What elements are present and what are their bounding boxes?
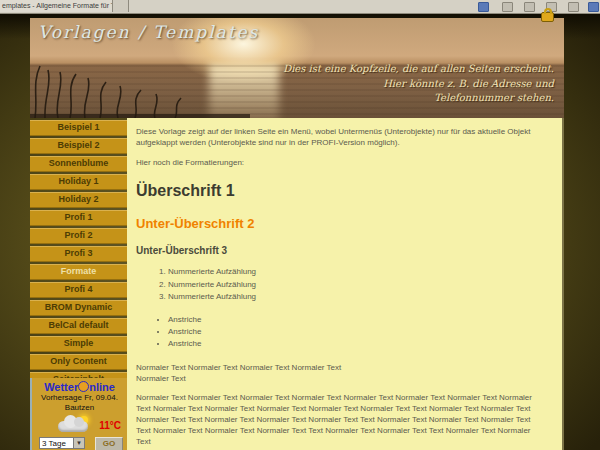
sidebar-item-belcal-default[interactable]: BelCal default: [30, 318, 127, 334]
numbered-list-item: Nummerierte Aufzählung: [168, 266, 546, 278]
normal-text-paragraph: Normaler Text Normaler Text Normaler Tex…: [136, 393, 546, 447]
main-content: Diese Vorlage zeigt auf der linken Seite…: [127, 118, 564, 450]
forecast-date: Vorhersage Fr, 09.04.: [32, 393, 127, 403]
globe-icon: O: [78, 381, 89, 392]
header-image: Vorlagen / Templates Dies ist eine Kopfz…: [30, 18, 564, 118]
sidebar-item-beispiel-1[interactable]: Beispiel 1: [30, 120, 127, 136]
go-button[interactable]: GO: [95, 437, 123, 450]
browser-tab[interactable]: emplates - Allgemeine Formate für Texte …: [0, 0, 113, 12]
sidebar-item-only-content[interactable]: Only Content: [30, 354, 127, 370]
tagline-line: Hier könnte z. B. die Adresse und: [283, 77, 554, 92]
browser-toolbar-icon[interactable]: [588, 2, 599, 12]
weather-widget: WetterOnline Vorhersage Fr, 09.04. Bautz…: [30, 378, 127, 450]
wetteronline-logo[interactable]: WetterOnline: [32, 381, 127, 393]
site-title: Vorlagen / Templates: [38, 22, 259, 42]
logo-text: nline: [89, 381, 115, 393]
cloud-icon: [58, 421, 88, 432]
bullet-list: Anstriche Anstriche Anstriche: [136, 314, 546, 351]
forecast-controls: 3 Tage▼ GO: [32, 437, 127, 450]
normal-text-line: Normaler Text: [136, 374, 546, 385]
sidebar-item-formate[interactable]: Formate: [30, 264, 127, 280]
browser-tab-bar: emplates - Allgemeine Formate für Texte …: [0, 0, 600, 14]
browser-tab-title: emplates - Allgemeine Formate für Texte …: [0, 0, 112, 12]
sidebar-item-brom-dynamic[interactable]: BROM Dynamic: [30, 300, 127, 316]
tagline-line: Telefonnummer stehen.: [283, 91, 554, 106]
forecast-row: 11°C: [32, 413, 127, 435]
bullet-list-item: Anstriche: [168, 338, 546, 350]
browser-toolbar-icon[interactable]: [478, 2, 489, 12]
sidebar-item-holiday-2[interactable]: Holiday 2: [30, 192, 127, 208]
heading-3: Unter-Überschrift 3: [136, 245, 546, 256]
intro-paragraph-2: Hier noch die Formatierungen:: [136, 158, 546, 169]
grass-silhouette: [30, 58, 250, 118]
browser-window: emplates - Allgemeine Formate für Texte …: [0, 0, 600, 450]
intro-paragraph: Diese Vorlage zeigt auf der linken Seite…: [136, 127, 546, 149]
sidebar-item-profi-1[interactable]: Profi 1: [30, 210, 127, 226]
logo-text: Wetter: [44, 381, 78, 393]
browser-toolbar-icon[interactable]: [502, 2, 513, 12]
header-tagline: Dies ist eine Kopfzeile, die auf allen S…: [283, 62, 554, 106]
numbered-list-item: Nummerierte Aufzählung: [168, 291, 546, 303]
heading-1: Überschrift 1: [136, 182, 546, 200]
browser-toolbar-icon[interactable]: [568, 2, 579, 12]
sidebar-menu: Beispiel 1 Beispiel 2 Sonnenblume Holida…: [30, 120, 127, 408]
sidebar-item-profi-3[interactable]: Profi 3: [30, 246, 127, 262]
heading-2: Unter-Überschrift 2: [136, 216, 546, 231]
sidebar-item-profi-2[interactable]: Profi 2: [30, 228, 127, 244]
temperature-value: 11°C: [99, 420, 121, 431]
sidebar-item-simple[interactable]: Simple: [30, 336, 127, 352]
forecast-city: Bautzen: [32, 403, 127, 413]
chevron-down-icon[interactable]: ▼: [73, 438, 84, 448]
sidebar-item-holiday-1[interactable]: Holiday 1: [30, 174, 127, 190]
sidebar-item-sonnenblume[interactable]: Sonnenblume: [30, 156, 127, 172]
numbered-list-item: Nummerierte Aufzählung: [168, 279, 546, 291]
tagline-line: Dies ist eine Kopfzeile, die auf allen S…: [283, 62, 554, 77]
bullet-list-item: Anstriche: [168, 314, 546, 326]
normal-text-line: Normaler Text Normaler Text Normaler Tex…: [136, 363, 546, 374]
sidebar-item-beispiel-2[interactable]: Beispiel 2: [30, 138, 127, 154]
bullet-list-item: Anstriche: [168, 326, 546, 338]
select-value: 3 Tage: [42, 439, 66, 448]
browser-toolbar-icon[interactable]: [524, 2, 535, 12]
forecast-range-select[interactable]: 3 Tage▼: [39, 437, 85, 449]
browser-tab-stub[interactable]: [113, 0, 129, 12]
sidebar-item-profi-4[interactable]: Profi 4: [30, 282, 127, 298]
lock-icon: [541, 12, 554, 22]
numbered-list: Nummerierte Aufzählung Nummerierte Aufzä…: [136, 266, 546, 303]
